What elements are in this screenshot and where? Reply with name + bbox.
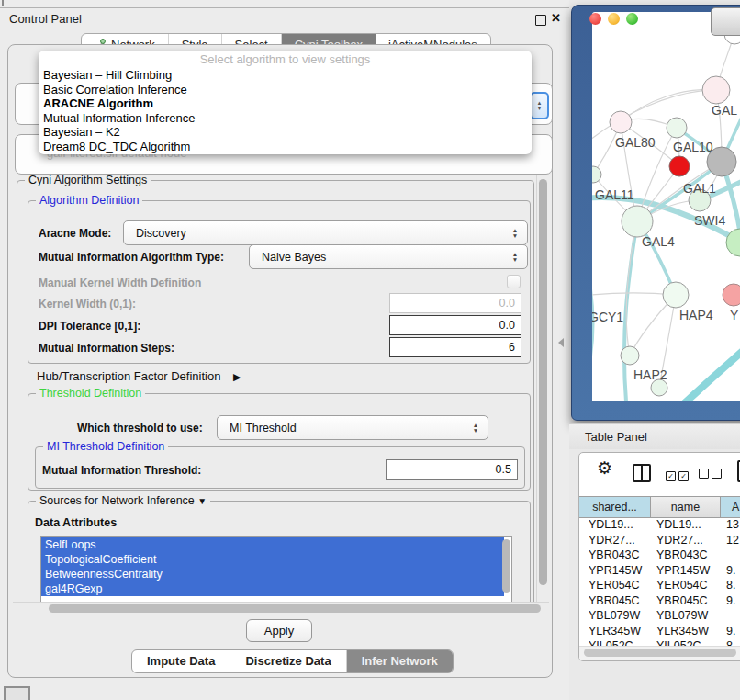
panel-grip[interactable] [4,686,30,700]
table-row[interactable]: YBR043CYBR043C [579,548,740,563]
table-cell: YDR27... [651,533,721,548]
node-pink-top[interactable] [702,76,730,104]
which-threshold-combo[interactable]: MI Threshold ▲▼ [217,415,488,440]
tab-impute-data[interactable]: Impute Data [132,650,230,672]
list-item[interactable]: gal4RGexp [41,581,504,596]
right-pane: GAL GAL80 GAL10 GAL11 GAL1 SWI4 GAL4 GCY… [569,0,740,700]
scrollbar-thumb[interactable] [539,179,547,585]
list-item[interactable]: SelfLoops [41,537,504,552]
mi-type-label: Mutual Information Algorithm Type: [39,251,224,264]
kernel-width-input[interactable]: 0.0 [389,293,521,313]
tab-infer-network[interactable]: Infer Network [347,650,453,672]
node-label: SWI4 [694,213,725,228]
dropdown-item[interactable]: Basic Correlation Inference [39,83,532,97]
node-gal80[interactable] [610,111,632,133]
table-cell: 9. [721,624,735,639]
table-row[interactable]: YLR345WYLR345W9. [579,624,740,639]
table-cell: YBR043C [579,548,651,563]
combo-value: MI Threshold [218,422,469,435]
scrollbar-thumb[interactable] [49,604,541,613]
node-label: HAP4 [679,308,713,322]
dropdown-item[interactable]: Bayesian – K2 [39,125,532,140]
mi-steps-label: Mutual Information Steps: [39,342,174,355]
network-canvas[interactable]: GAL GAL80 GAL10 GAL11 GAL1 SWI4 GAL4 GCY… [592,12,740,401]
table-row[interactable]: YBR045CYBR045C9. [579,593,740,609]
close-icon[interactable]: ✕ [551,11,561,25]
group-title: MI Threshold Definition [43,440,168,453]
zoom-traffic-light[interactable] [626,13,638,25]
horizontal-scrollbar[interactable] [13,602,549,615]
dropdown-item[interactable]: Dream8 DC_TDC Algorithm [39,140,532,154]
table-cell: YDR27... [579,533,651,548]
node-gal10[interactable] [667,118,687,138]
node-labels: GAL GAL80 GAL10 GAL11 GAL1 SWI4 GAL4 GCY… [592,103,739,382]
node-red[interactable] [669,156,690,176]
dropdown-item-selected[interactable]: ARACNE Algorithm [39,96,532,111]
settings-scrollpane: Cyni Algorithm Settings Algorithm Defini… [13,175,549,614]
table-cell: YER054C [651,578,721,593]
mi-type-combo[interactable]: Naive Bayes ▲▼ [249,244,528,269]
node-hap2[interactable] [621,346,639,365]
node-label: GAL80 [615,135,656,150]
combo-stepper-icon: ▲▼ [509,252,527,263]
mi-steps-input[interactable]: 6 [389,337,521,357]
splitter-collapse-arrow[interactable] [558,338,564,347]
manual-kernel-checkbox[interactable] [507,275,521,288]
table-row[interactable]: YDL19...YDL19...13 [579,517,740,533]
network-view-window[interactable]: GAL GAL80 GAL10 GAL11 GAL1 SWI4 GAL4 GCY… [571,5,740,421]
data-attributes-list[interactable]: SelfLoops TopologicalCoefficient Between… [40,536,512,604]
aracne-mode-combo[interactable]: Discovery ▲▼ [123,220,528,245]
window-edge-tick [2,0,4,6]
algorithm-dropdown: Select algorithm to view settings Bayesi… [39,51,532,154]
table-row[interactable]: YPR145WYPR145W9. [579,563,740,579]
table-row[interactable]: YBL079WYBL079W [579,608,740,624]
scrollbar-thumb[interactable] [584,649,736,657]
table-cell: YLR345W [579,624,651,639]
panel-title: Control Panel [9,12,82,26]
table-cell: YDL19... [579,517,651,533]
close-traffic-light[interactable] [589,13,601,25]
table-cell: YLR345W [651,624,721,639]
combo-stepper-icon: ▲▼ [509,228,527,239]
apply-button[interactable]: Apply [246,619,312,642]
table-cell: 9. [721,563,735,579]
list-item[interactable]: TopologicalCoefficient [41,552,504,567]
minimize-traffic-light[interactable] [608,13,620,25]
which-threshold-label: Which threshold to use: [77,422,203,435]
combo-value: Naive Bayes [250,251,509,264]
vertical-scrollbar[interactable] [536,175,549,602]
tab-discretize-data[interactable]: Discretize Data [230,650,346,672]
columns-icon[interactable] [633,464,651,482]
mi-threshold-input[interactable]: 0.5 [386,459,518,480]
column-header-next[interactable]: A [721,497,740,517]
combo-stepper-focused[interactable]: ▲▼ [530,92,549,119]
deselect-checkboxes-icon[interactable] [699,466,724,482]
table-cell: YBL079W [579,608,651,624]
window-toolbar-button[interactable] [711,7,740,36]
list-scrollbar[interactable] [502,539,510,593]
dpi-tolerance-input[interactable]: 0.0 [389,315,521,335]
table-row[interactable]: YDR27...YDR27...12 [579,533,740,548]
collapse-arrow-icon[interactable]: ▼ [197,496,207,506]
table-cell: YPR145W [579,563,651,579]
list-item[interactable]: BetweennessCentrality [41,567,504,581]
dropdown-prompt: Select algorithm to view settings [39,51,532,68]
gear-icon[interactable]: ⚙ [597,457,612,479]
dropdown-item[interactable]: Bayesian – Hill Climbing [39,68,532,83]
hub-definition-toggle[interactable]: Hub/Transcription Factor Definition ▶ [37,369,241,383]
table-horizontal-scrollbar[interactable] [579,646,740,660]
node-gal11[interactable] [592,166,601,183]
column-header-name[interactable]: name [651,497,721,517]
select-all-checkboxes-icon[interactable]: ✓✓ [666,466,691,482]
node-gal4[interactable] [622,206,653,237]
dropdown-item[interactable]: Mutual Information Inference [39,111,532,126]
group-title: Threshold Definition [36,387,145,400]
float-window-icon[interactable] [535,15,546,26]
table-row[interactable]: YER054CYER054C8. [579,578,740,593]
node-salmon[interactable] [723,284,740,306]
aracne-mode-label: Aracne Mode: [39,227,111,240]
column-header-shared-name[interactable]: shared... [579,497,651,517]
node-label: GAL10 [673,140,713,154]
node-label: GAL11 [595,187,634,202]
node-hap4[interactable] [663,282,689,308]
